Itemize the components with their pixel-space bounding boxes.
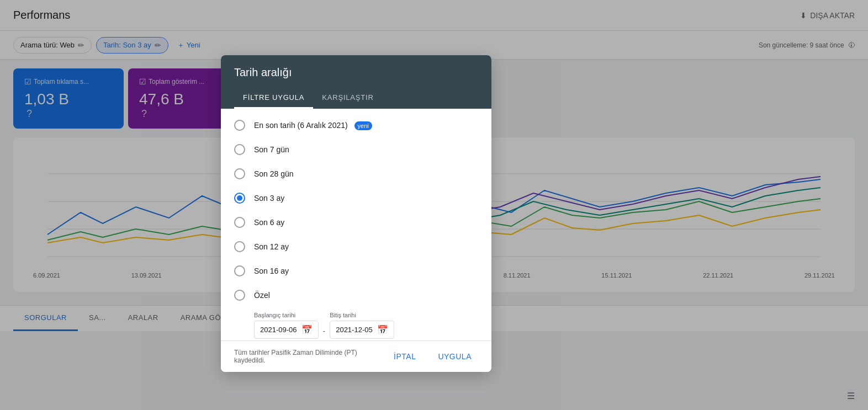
option-16ay-label: Son 16 ay	[254, 267, 289, 275]
tab-filtre-uygula[interactable]: FİLTRE UYGULA	[234, 88, 313, 109]
footer-note: Tüm tarihler Pasifik Zaman Diliminde (PT…	[234, 349, 387, 364]
date-fields: Başlangıç tarihi 2021-09-06 📅 - Bitiş ta…	[221, 307, 491, 340]
option-6ay-label: Son 6 ay	[254, 218, 284, 227]
radio-ozel[interactable]	[234, 290, 245, 301]
end-date-value: 2021-12-05	[336, 326, 373, 334]
dialog-footer: Tüm tarihler Pasifik Zaman Diliminde (PT…	[221, 340, 491, 372]
dialog-body: En son tarih (6 Aralık 2021) yeni Son 7 …	[221, 109, 491, 340]
end-date-field[interactable]: 2021-12-05 📅	[330, 321, 394, 339]
option-7gun-label: Son 7 gün	[254, 145, 289, 154]
radio-28gun[interactable]	[234, 168, 245, 179]
date-separator: -	[323, 327, 326, 336]
apply-button[interactable]: UYGULA	[431, 348, 478, 365]
end-calendar-icon[interactable]: 📅	[377, 324, 388, 335]
option-3ay-label: Son 3 ay	[254, 194, 284, 203]
start-date-wrap: Başlangıç tarihi 2021-09-06 📅	[254, 312, 319, 339]
option-latest-label: En son tarih (6 Aralık 2021) yeni	[254, 121, 372, 130]
cancel-button[interactable]: İPTAL	[387, 348, 422, 365]
dialog-header: Tarih aralığı FİLTRE UYGULA KARŞILAŞTIR	[221, 55, 491, 109]
option-16ay[interactable]: Son 16 ay	[221, 259, 491, 283]
radio-12ay[interactable]	[234, 241, 245, 252]
option-latest[interactable]: En son tarih (6 Aralık 2021) yeni	[221, 113, 491, 137]
end-date-label: Bitiş tarihi	[330, 312, 394, 318]
radio-latest[interactable]	[234, 120, 245, 131]
option-3ay[interactable]: Son 3 ay	[221, 186, 491, 210]
radio-16ay[interactable]	[234, 265, 245, 276]
option-12ay-label: Son 12 ay	[254, 242, 289, 251]
dialog-title: Tarih aralığı	[234, 66, 478, 79]
tab-karsilastir[interactable]: KARŞILAŞTIR	[313, 88, 382, 109]
yeni-badge: yeni	[354, 121, 372, 130]
footer-actions: İPTAL UYGULA	[387, 348, 478, 365]
radio-7gun[interactable]	[234, 144, 245, 155]
radio-3ay[interactable]	[234, 193, 245, 204]
option-12ay[interactable]: Son 12 ay	[221, 235, 491, 259]
start-date-value: 2021-09-06	[260, 326, 297, 334]
option-28gun-label: Son 28 gün	[254, 169, 294, 178]
start-date-field[interactable]: 2021-09-06 📅	[254, 321, 319, 339]
end-date-wrap: Bitiş tarihi 2021-12-05 📅	[330, 312, 394, 339]
option-7gun[interactable]: Son 7 gün	[221, 137, 491, 162]
option-28gun[interactable]: Son 28 gün	[221, 162, 491, 186]
option-6ay[interactable]: Son 6 ay	[221, 210, 491, 235]
start-calendar-icon[interactable]: 📅	[301, 324, 313, 335]
date-row: Başlangıç tarihi 2021-09-06 📅 - Bitiş ta…	[254, 312, 478, 339]
date-range-dialog: Tarih aralığı FİLTRE UYGULA KARŞILAŞTIR …	[221, 55, 491, 372]
option-ozel-label: Özel	[254, 291, 270, 300]
start-date-label: Başlangıç tarihi	[254, 312, 319, 318]
option-ozel[interactable]: Özel	[221, 283, 491, 307]
radio-6ay[interactable]	[234, 217, 245, 228]
dialog-tabs: FİLTRE UYGULA KARŞILAŞTIR	[234, 88, 478, 109]
